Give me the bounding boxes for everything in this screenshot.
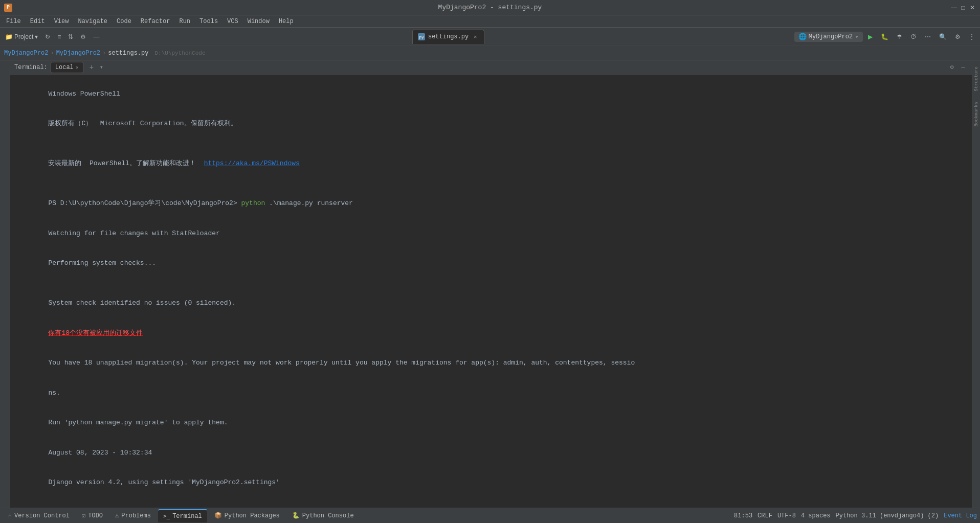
menu-view[interactable]: View	[50, 17, 73, 26]
terminal-header: Terminal: Local ✕ + ▾ ⚙ —	[10, 60, 972, 75]
menu-refactor[interactable]: Refactor	[137, 17, 174, 26]
terminal-local-tab[interactable]: Local ✕	[51, 62, 83, 73]
app-icon: P	[4, 4, 12, 12]
menu-navigate[interactable]: Navigate	[74, 17, 112, 26]
tab-area: py settings.py ✕	[412, 30, 484, 44]
terminal-datetime: August 08, 2023 - 10:32:34	[16, 438, 966, 468]
event-log[interactable]: Event Log	[944, 512, 977, 519]
toolbar-right: 🌐 MyDjangoPro2 ▾ ▶ 🐛 ☂ ⏱ ⋯ 🔍 ⚙ ⋮	[794, 32, 978, 42]
menu-vcs[interactable]: VCS	[223, 17, 242, 26]
terminal-line-performing: Performing system checks...	[16, 248, 966, 279]
run-config-area[interactable]: 🌐 MyDjangoPro2 ▾	[794, 32, 863, 42]
expand-button[interactable]: ⇅	[65, 32, 76, 42]
terminal-django-version: Django version 4.2, using settings 'MyDj…	[16, 468, 966, 498]
toolbar-left: 📁 Project ▾ ↻ ≡ ⇅ ⚙ —	[2, 32, 102, 42]
terminal-line-blank2	[16, 178, 966, 189]
more-actions-button[interactable]: ⋯	[922, 32, 934, 42]
terminal-tab-label: Terminal	[172, 513, 202, 520]
terminal-cmd-args: .\manage.py runserver	[269, 199, 353, 207]
terminal-line-copyright: 版权所有（C） Microsoft Corporation。保留所有权利。	[16, 109, 966, 139]
terminal-line-blank3	[16, 278, 966, 288]
main-toolbar: 📁 Project ▾ ↻ ≡ ⇅ ⚙ — py settings.py ✕ 🌐…	[0, 28, 980, 46]
collapse-all-button[interactable]: ≡	[54, 32, 64, 42]
terminal-migration-warning-en2: ns.	[16, 378, 966, 408]
title-bar-controls: — □ ✕	[950, 4, 976, 11]
menu-window[interactable]: Window	[243, 17, 274, 26]
terminal-tab-label: Local	[55, 64, 74, 71]
debug-button[interactable]: 🐛	[878, 32, 892, 42]
menu-file[interactable]: File	[2, 17, 25, 26]
version-control-icon: ⑃	[8, 512, 12, 519]
encoding[interactable]: UTF-8	[777, 512, 796, 519]
sidebar-icon-1	[1, 62, 10, 72]
minimize-button[interactable]: —	[950, 4, 957, 11]
tab-problems[interactable]: ⚠ Problems	[110, 509, 156, 522]
menu-code[interactable]: Code	[113, 17, 136, 26]
cursor-position[interactable]: 81:53	[734, 512, 752, 519]
bookmarks-label: Bookmarks	[974, 102, 979, 127]
tab-terminal[interactable]: >_ Terminal	[158, 509, 207, 522]
terminal-settings-button[interactable]: ⚙	[947, 63, 956, 72]
breadcrumb-file[interactable]: settings.py	[108, 50, 148, 57]
menu-tools[interactable]: Tools	[195, 17, 222, 26]
breadcrumb-project[interactable]: MyDjangoPro2	[4, 50, 48, 57]
python-console-label: Python Console	[302, 512, 354, 519]
tab-python-packages[interactable]: 📦 Python Packages	[209, 509, 285, 522]
settings-main-button[interactable]: ⚙	[952, 32, 964, 42]
tab-python-console[interactable]: 🐍 Python Console	[287, 509, 359, 522]
tab-version-control[interactable]: ⑃ Version Control	[3, 509, 75, 522]
menu-edit[interactable]: Edit	[26, 17, 49, 26]
window-title: MyDjangoPro2 - settings.py	[438, 4, 542, 11]
python-file-icon: py	[418, 33, 425, 40]
run-button[interactable]: ▶	[865, 32, 876, 42]
right-sidebar: Structure Bookmarks	[972, 60, 980, 508]
terminal-add-button[interactable]: +	[86, 62, 97, 73]
tab-close-button[interactable]: ✕	[472, 33, 479, 40]
run-config-dropdown: ▾	[855, 33, 859, 41]
terminal-tab-close[interactable]: ✕	[76, 64, 79, 71]
coverage-button[interactable]: ☂	[894, 32, 905, 42]
search-everywhere-button[interactable]: 🔍	[936, 32, 950, 42]
line-ending[interactable]: CRLF	[758, 512, 772, 519]
project-button[interactable]: 📁 Project ▾	[2, 32, 41, 42]
run-config-label: MyDjangoPro2	[809, 33, 853, 40]
menu-bar: File Edit View Navigate Code Refactor Ru…	[0, 15, 980, 28]
more-button[interactable]: ⋮	[966, 32, 978, 42]
menu-help[interactable]: Help	[275, 17, 298, 26]
breadcrumb-sep2: ›	[102, 50, 106, 57]
sync-button[interactable]: ↻	[42, 32, 53, 42]
terminal-label: Terminal:	[14, 64, 48, 71]
settings-tab[interactable]: py settings.py ✕	[412, 30, 484, 44]
settings-project-button[interactable]: ⚙	[77, 32, 89, 42]
terminal-line-blank1	[16, 139, 966, 149]
bottom-bar: ⑃ Version Control ☑ TODO ⚠ Problems >_ T…	[0, 508, 980, 523]
python-packages-icon: 📦	[214, 512, 222, 519]
terminal-content: Windows PowerShell 版权所有（C） Microsoft Cor…	[10, 75, 972, 508]
terminal-cmd-python: python	[241, 199, 269, 207]
terminal-dropdown-button[interactable]: ▾	[100, 63, 103, 71]
terminal-line-powershell: Windows PowerShell	[16, 79, 966, 109]
hide-panel-button[interactable]: —	[90, 32, 102, 42]
run-config-icon: 🌐	[798, 33, 807, 41]
terminal-migration-warning-en1: You have 18 unapplied migration(s). Your…	[16, 348, 966, 378]
menu-run[interactable]: Run	[175, 17, 194, 26]
tab-todo[interactable]: ☑ TODO	[77, 509, 108, 522]
bottom-bar-right: 81:53 CRLF UTF-8 4 spaces Python 3.11 (e…	[734, 512, 977, 519]
project-dropdown-icon: ▾	[35, 33, 38, 40]
terminal-migration-warning-zh: 你有18个没有被应用的迁移文件	[16, 318, 966, 348]
structure-label: Structure	[974, 66, 979, 92]
breadcrumb-path: D:\U\pythonCode	[154, 50, 205, 56]
profile-button[interactable]: ⏱	[907, 32, 920, 42]
terminal-hide-button[interactable]: —	[959, 63, 968, 72]
title-bar-center: MyDjangoPro2 - settings.py	[438, 4, 542, 11]
breadcrumb-folder[interactable]: MyDjangoPro2	[56, 50, 100, 57]
todo-label: TODO	[88, 512, 103, 519]
terminal-line-system-check: System check identified no issues (0 sil…	[16, 288, 966, 319]
close-button[interactable]: ✕	[969, 4, 976, 11]
ps-windows-link[interactable]: https://aka.ms/PSWindows	[204, 160, 300, 167]
maximize-button[interactable]: □	[960, 4, 967, 11]
python-packages-label: Python Packages	[225, 512, 280, 519]
project-label: Project	[14, 33, 33, 40]
indent-style[interactable]: 4 spaces	[801, 512, 831, 519]
python-version[interactable]: Python 3.11 (envdjango4) (2)	[836, 512, 939, 519]
